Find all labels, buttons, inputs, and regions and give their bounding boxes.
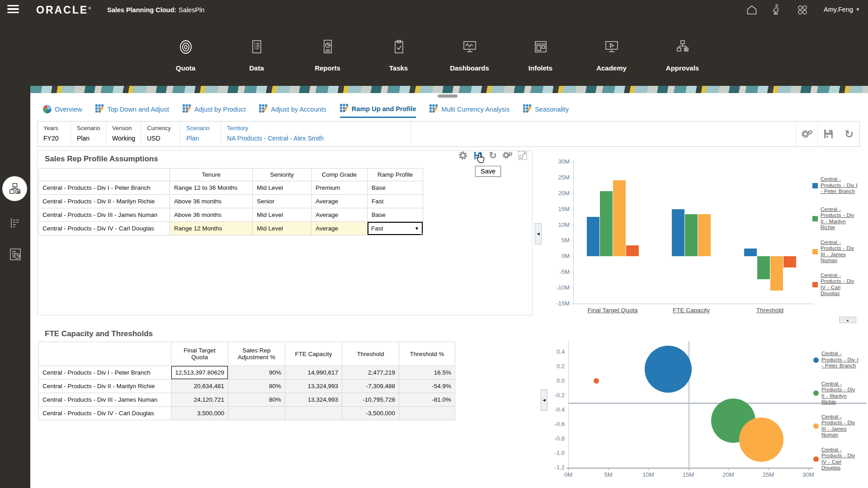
row-header[interactable]: Central - Products - Div I - Peter Branc… [39,366,171,380]
pov-member-years[interactable]: YearsFY20 [38,122,71,146]
cell-fill-handle[interactable] [421,234,423,235]
pov-member-scenario[interactable]: ScenarioPlan [71,122,106,146]
nav-item-quota[interactable]: Quota [150,38,221,72]
grid-cell[interactable]: Range 12 Months [170,222,253,235]
collapse-left-icon[interactable]: ◀ [535,223,542,244]
nav-item-infolets[interactable]: Infolets [505,38,576,72]
column-header[interactable]: Tenure [170,169,253,181]
save-icon[interactable] [818,129,839,139]
bar-segment[interactable] [626,245,639,256]
bar-segment[interactable] [783,256,796,267]
x-axis-category-label[interactable]: Final Target Quota [572,307,653,314]
grid-cell[interactable]: 16.5% [399,366,455,380]
tab-multi-currency-analysis[interactable]: Multi Currency Analysis [429,101,509,118]
nav-item-reports[interactable]: Reports [292,38,363,72]
bar-segment[interactable] [757,256,770,279]
column-header[interactable]: FTE Capacity [285,342,342,366]
grid-cell[interactable]: Premium [311,181,368,195]
navigator-grid-icon[interactable] [795,4,810,16]
grid-cell[interactable]: -10,795,728 [342,393,399,407]
sidebar-item-task-list-icon[interactable] [8,215,23,230]
dropdown-caret-icon[interactable]: ▼ [412,226,422,231]
pov-member-version[interactable]: VersionWorking [106,122,141,146]
tab-ramp-up-and-profile[interactable]: Ramp Up and Profile [340,101,416,118]
pov-member-territory[interactable]: TerritoryNA Products - Central - Alex Sm… [221,122,411,146]
bubble-point[interactable] [594,378,599,384]
grid-cell[interactable] [228,407,285,420]
grid-cell[interactable]: Fast▼ [368,222,423,235]
user-menu[interactable]: Amy.Feng ▼ [824,6,860,13]
bar-segment[interactable] [698,214,711,256]
x-axis-category-label[interactable]: FTE Capacity [651,307,732,314]
grid-cell[interactable]: 20,634,481 [171,380,228,393]
row-header[interactable]: Central - Products - Div I - Peter Branc… [39,181,170,195]
row-header[interactable]: Central - Products - Div III - James Num… [39,208,170,222]
legend-item[interactable]: Central - Products - Div IV - Carl Dougl… [813,442,864,475]
column-header[interactable]: Final Target Quota [171,342,228,366]
bar-segment[interactable] [685,214,698,256]
grid-cell[interactable]: Above 36 months [170,195,253,208]
column-header[interactable]: Comp Grade [311,169,368,181]
column-header[interactable]: Seniority [253,169,311,181]
tab-overview[interactable]: Overview [43,101,82,118]
bar-segment[interactable] [613,180,626,256]
gear-icon[interactable] [458,150,468,161]
grid-cell[interactable]: -54.9% [399,380,455,393]
grid-cell[interactable]: Average [311,208,368,222]
pov-member-scenario[interactable]: ScenarioPlan [180,122,221,146]
legend-item[interactable]: Central - Products - Div I - Peter Branc… [812,169,863,202]
grid-cell[interactable]: 3,500,000 [171,407,228,420]
settings-gear-icon[interactable] [502,150,513,161]
bar-segment[interactable] [600,191,613,256]
panel-drag-handle[interactable] [438,94,458,98]
grid-cell[interactable]: Base [368,181,423,195]
bubble-point[interactable] [739,418,783,462]
grid-cell[interactable]: 90% [228,366,285,380]
row-header[interactable]: Central - Products - Div IV - Carl Dougl… [39,222,170,235]
grid-cell[interactable]: 24,120,721 [171,393,228,407]
column-header[interactable]: Sales Rep Adjustment % [228,342,285,366]
grid-cell[interactable]: Mid Level [253,208,311,222]
collapse-up-icon[interactable]: ▲ [839,317,856,323]
grid-cell[interactable]: 12,513,397.80629 [171,366,228,380]
pov-member-currency[interactable]: CurrencyUSD [141,122,180,146]
grid-cell[interactable]: Senior [253,195,311,208]
legend-item[interactable]: Central - Products - Div IV - Carl Dougl… [812,268,863,301]
grid-cell[interactable]: 14,990,617 [285,366,342,380]
bar-segment[interactable] [672,209,684,257]
refresh-icon[interactable]: ↻ [839,128,859,141]
tab-top-down-and-adjust[interactable]: Top Down and Adjust [95,101,169,118]
person-icon[interactable] [769,4,784,16]
tab-adjust-by-product[interactable]: Adjust by Product [183,101,246,118]
nav-item-dashboards[interactable]: Dashboards [434,38,505,72]
row-header[interactable]: Central - Products - Div II - Marilyn Ri… [39,195,170,208]
legend-item[interactable]: Central - Products - Div II - Marilyn Ri… [812,202,863,235]
row-header[interactable]: Central - Products - Div IV - Carl Dougl… [39,407,171,420]
home-icon[interactable] [744,4,760,16]
bar-segment[interactable] [770,256,783,290]
grid-cell[interactable]: -81.0% [399,393,455,407]
legend-item[interactable]: Central - Products - Div III - James Num… [812,235,863,268]
grid-cell[interactable]: Fast [368,195,423,208]
grid-cell[interactable]: Mid Level [253,222,311,235]
nav-item-data[interactable]: Data [221,38,292,72]
collapse-left-icon[interactable]: ◀ [541,389,547,411]
grid-cell[interactable]: Range 12 to 36 Months [170,181,253,195]
nav-item-academy[interactable]: Academy [576,38,647,72]
column-header[interactable]: Threshold [342,342,399,366]
nav-item-tasks[interactable]: Tasks [363,38,434,72]
maximize-icon[interactable] [517,150,528,161]
grid-cell[interactable]: 13,324,993 [285,393,342,407]
grid-cell[interactable]: 2,477,219 [342,366,399,380]
sidebar-item-report-icon[interactable] [8,247,23,262]
sidebar-item-org-chart[interactable] [2,176,27,201]
grid-cell[interactable]: Above 36 months [170,208,253,222]
grid-cell[interactable]: Mid Level [253,181,311,195]
row-header[interactable]: Central - Products - Div II - Marilyn Ri… [39,380,171,393]
bar-segment[interactable] [744,249,757,256]
bar-segment[interactable] [587,217,599,256]
cell-fill-handle[interactable] [226,378,228,380]
refresh-icon[interactable]: ↻ [487,150,498,161]
grid-cell[interactable]: Average [311,222,368,235]
grid-cell[interactable]: -3,500,000 [342,407,399,420]
